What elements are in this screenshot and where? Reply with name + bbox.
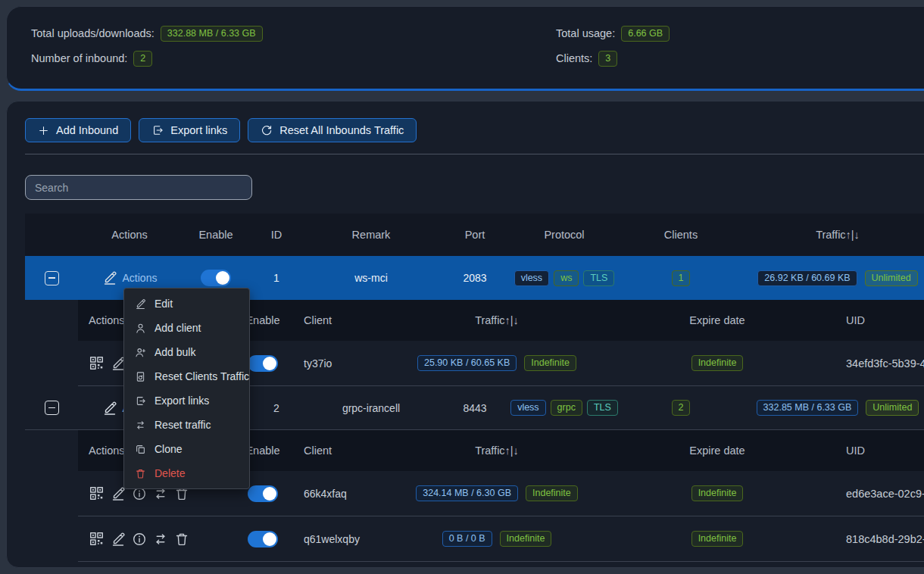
trash-icon [174, 532, 189, 547]
collapse-row-button[interactable] [45, 401, 59, 415]
inbound-enable-toggle[interactable] [201, 270, 231, 286]
uploads-label: Total uploads/downloads: [31, 27, 155, 39]
inbound-id: 2 [273, 402, 279, 414]
inbound-actions-dropdown[interactable]: Actions [102, 270, 158, 285]
export-icon [151, 124, 164, 136]
stat-clients: Clients: 3 [556, 50, 924, 67]
client-enable-toggle[interactable] [248, 485, 278, 502]
sub-header-uid: UID [835, 314, 865, 326]
add-inbound-button[interactable]: Add Inbound [25, 118, 131, 142]
menu-item-label: Reset Clients Traffic [155, 370, 249, 382]
sub-header-actions: Actions [78, 314, 125, 326]
header-enable: Enable [198, 229, 233, 241]
menu-item-add-bulk[interactable]: Add bulk [124, 340, 249, 364]
collapse-row-button[interactable] [45, 271, 59, 285]
inbound-remark: ws-mci [354, 272, 388, 284]
sub-header-expire: Expire date [689, 314, 745, 326]
qr-code-icon [89, 355, 105, 371]
client-expire-badge: Indefinite [691, 485, 744, 501]
menu-item-clone[interactable]: Clone [124, 437, 249, 461]
traffic-badge: 332.85 MB / 6.33 GB [757, 400, 859, 416]
sub-header-expire: Expire date [689, 445, 745, 457]
inbounds-label: Number of inbound: [31, 52, 127, 64]
protocol-badges: vless ws TLS [514, 270, 615, 286]
qr-code-button[interactable] [89, 485, 105, 501]
inbound-port: 2083 [463, 272, 486, 284]
toolbar-divider [25, 154, 924, 154]
copy-icon [135, 444, 146, 455]
header-id: ID [271, 229, 283, 241]
sub-header-traffic-sort[interactable]: Traffic↑|↓ [475, 314, 519, 326]
traffic-cell: 26.92 KB / 60.69 KB Unlimited [757, 270, 917, 286]
sub-header-actions: Actions [78, 445, 125, 457]
menu-item-reset-clients-traffic[interactable]: Reset Clients Traffic [124, 364, 249, 388]
header-protocol: Protocol [544, 229, 584, 241]
quota-badge: Unlimited [866, 400, 919, 416]
edit-client-button[interactable] [111, 532, 126, 547]
client-traffic-badge: 324.14 MB / 6.30 GB [416, 485, 518, 501]
menu-item-label: Clone [155, 443, 183, 455]
client-limit-badge: Indefinite [524, 355, 576, 371]
sub-header-enable: Enable [245, 314, 279, 326]
export-icon [135, 395, 146, 407]
header-actions: Actions [111, 229, 148, 241]
search-input[interactable] [25, 175, 252, 200]
traffic-cell: 332.85 MB / 6.33 GB Unlimited [757, 400, 919, 416]
protocol-badge-tls: TLS [587, 400, 618, 416]
menu-item-delete[interactable]: Delete [124, 461, 249, 485]
sub-header-enable: Enable [245, 445, 279, 457]
swap-arrows-icon [153, 532, 168, 547]
header-traffic-sort[interactable]: Traffic↑|↓ [816, 229, 860, 241]
client-traffic-cell: 0 B / 0 B Indefinite [442, 531, 552, 547]
menu-item-export-links[interactable]: Export links [124, 388, 249, 413]
sub-header-client: Client [296, 445, 332, 457]
export-links-button[interactable]: Export links [139, 118, 240, 142]
client-traffic-cell: 25.90 KB / 60.65 KB Indefinite [417, 355, 576, 371]
traffic-badge: 26.92 KB / 60.69 KB [757, 270, 857, 286]
uploads-value-badge: 332.88 MB / 6.33 GB [161, 26, 263, 42]
client-count-badge: 2 [672, 400, 691, 416]
protocol-badges: vless grpc TLS [510, 400, 618, 416]
qr-code-button[interactable] [89, 355, 105, 371]
actions-context-menu: Edit Add client Add bulk Reset Clients T… [123, 288, 250, 489]
inbound-id: 1 [273, 272, 279, 284]
usage-label: Total usage: [556, 27, 615, 39]
edit-pencil-icon [111, 532, 126, 547]
stat-number-of-inbound: Number of inbound: 2 [31, 50, 556, 67]
sub-header-client: Client [296, 314, 332, 326]
menu-item-add-client[interactable]: Add client [124, 316, 249, 340]
menu-item-reset-traffic[interactable]: Reset traffic [124, 413, 249, 437]
client-traffic-badge: 0 B / 0 B [442, 531, 492, 547]
menu-item-label: Reset traffic [155, 419, 211, 431]
info-icon [132, 532, 147, 547]
qr-code-icon [89, 531, 105, 547]
sub-header-uid: UID [835, 445, 865, 457]
client-uid: 818c4b8d-29b2-4 [835, 533, 924, 545]
menu-item-label: Export links [155, 395, 209, 407]
qr-code-button[interactable] [89, 531, 105, 547]
client-enable-toggle[interactable] [248, 531, 278, 547]
client-name: q61welxqby [296, 533, 360, 545]
sub-header-traffic-sort[interactable]: Traffic↑|↓ [475, 445, 519, 457]
reset-all-traffic-label: Reset All Inbounds Traffic [279, 124, 404, 136]
client-traffic-cell: 324.14 MB / 6.30 GB Indefinite [416, 485, 577, 501]
client-expire-badge: Indefinite [691, 531, 744, 547]
clients-label: Clients: [556, 52, 592, 64]
client-info-button[interactable] [132, 532, 147, 547]
add-inbound-label: Add Inbound [56, 124, 118, 136]
header-remark: Remark [352, 229, 391, 241]
plus-icon [38, 125, 49, 136]
protocol-badge-vless: vless [510, 400, 545, 416]
menu-item-edit[interactable]: Edit [124, 292, 249, 316]
delete-client-button[interactable] [174, 532, 189, 547]
client-count-badge: 1 [672, 270, 691, 286]
stats-right-column: Total usage: 6.66 GB Clients: 3 [556, 25, 924, 89]
inbounds-value-badge: 2 [133, 51, 152, 67]
client-expire-badge: Indefinite [691, 355, 744, 371]
reset-all-traffic-button[interactable]: Reset All Inbounds Traffic [248, 118, 417, 142]
client-enable-toggle[interactable] [248, 355, 278, 372]
protocol-badge-tls: TLS [583, 270, 614, 286]
reset-client-traffic-button[interactable] [153, 532, 168, 547]
menu-item-label: Edit [155, 298, 173, 310]
protocol-badge-vless: vless [514, 270, 549, 286]
